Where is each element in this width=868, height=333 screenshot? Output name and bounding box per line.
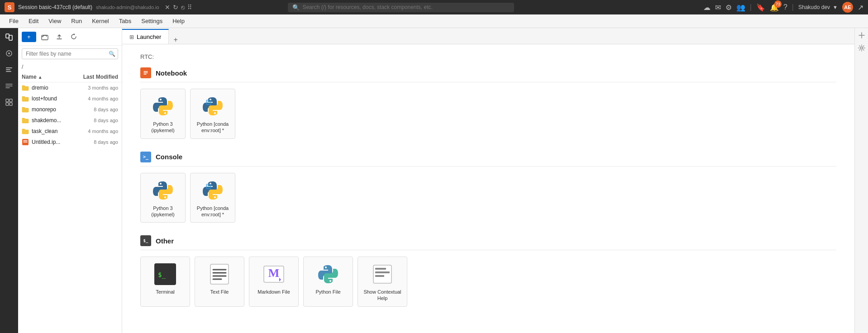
python-file-icon-box: [317, 263, 339, 285]
activity-files[interactable]: [2, 30, 16, 44]
launcher-tab-icon: ⊞: [129, 34, 134, 40]
svg-rect-14: [206, 100, 211, 105]
close-icon[interactable]: ✕: [165, 4, 170, 11]
python-file-card-label: Python File: [315, 289, 340, 295]
users-icon[interactable]: 👥: [736, 3, 745, 12]
column-modified: Last Modified: [68, 74, 118, 80]
other-card-terminal[interactable]: $_ Terminal: [140, 257, 190, 307]
activity-extensions[interactable]: [2, 95, 16, 109]
tab-launcher[interactable]: ⊞ Launcher: [122, 29, 169, 44]
terminal-icon-box: $_: [154, 263, 176, 285]
main-layout: + 🔍 / Name ▲ Last Modified: [0, 28, 868, 333]
other-card-markdown[interactable]: M Markdown File: [249, 257, 299, 307]
divider-1: |: [750, 3, 752, 11]
markdown-icon-box: M: [263, 263, 285, 285]
terminal-card-label: Terminal: [156, 289, 175, 295]
refresh-button[interactable]: [68, 31, 80, 43]
console-kernel-grid: Python 3 (ipykernel) Python [conda env:r…: [140, 173, 836, 223]
svg-point-29: [860, 47, 863, 49]
console-card-python3[interactable]: Python 3 (ipykernel): [140, 173, 186, 223]
console-section: >_ Console Python 3 (ipykernel): [140, 152, 836, 223]
svg-rect-10: [10, 103, 12, 105]
user-name: Shakudo dev: [798, 4, 830, 10]
menu-settings[interactable]: Settings: [137, 16, 167, 26]
file-date-label: 8 days ago: [68, 139, 118, 145]
file-row[interactable]: shakdemo...8 days ago: [18, 115, 122, 126]
svg-rect-7: [6, 99, 9, 102]
external-link-icon[interactable]: ⎋: [181, 4, 185, 11]
activity-commands[interactable]: [2, 62, 16, 77]
menu-kernel[interactable]: Kernel: [87, 16, 114, 26]
file-name-label: dremio: [32, 85, 68, 91]
filter-input[interactable]: [22, 48, 118, 59]
new-button[interactable]: +: [22, 32, 36, 42]
plus-icon: +: [27, 33, 31, 40]
menu-run[interactable]: Run: [67, 16, 86, 26]
notebook-icon: [22, 138, 29, 146]
share-icon[interactable]: ↗: [858, 3, 863, 12]
folder-icon: [22, 128, 29, 135]
cloud-icon[interactable]: ☁: [703, 3, 711, 12]
file-name-label: shakdemo...: [32, 117, 68, 124]
upload-folder-button[interactable]: [39, 31, 51, 43]
svg-rect-11: [42, 35, 48, 40]
menu-edit[interactable]: Edit: [24, 16, 43, 26]
bookmark-icon[interactable]: 🔖: [756, 3, 765, 12]
add-tab-button[interactable]: +: [169, 36, 182, 44]
search-input[interactable]: [302, 4, 510, 10]
other-card-text[interactable]: Text File: [195, 257, 244, 307]
kernel-card-conda[interactable]: Python [conda env:root] *: [190, 89, 235, 139]
rtc-label: RTC:: [140, 53, 836, 60]
kernel-card-python3[interactable]: Python 3 (ipykernel): [140, 89, 186, 139]
user-info[interactable]: Shakudo dev ▼: [798, 4, 838, 10]
notebook-section-title: Notebook: [156, 69, 187, 77]
session-name: Session basic-437cc8 (default): [18, 4, 92, 10]
file-row[interactable]: Untitled.ip...8 days ago: [18, 137, 122, 147]
svg-point-3: [8, 52, 10, 54]
title-window-controls[interactable]: ✕ ↻ ⎋ ⠿: [165, 4, 192, 11]
file-row[interactable]: task_clean4 months ago: [18, 126, 122, 137]
console-section-icon: >_: [140, 152, 151, 162]
folder-icon: [22, 95, 29, 102]
activity-tabs[interactable]: [2, 79, 16, 93]
global-search-bar[interactable]: 🔍: [288, 3, 514, 12]
tab-bar: ⊞ Launcher +: [122, 28, 854, 44]
console-card-conda[interactable]: Python [conda env:root] *: [190, 173, 235, 223]
file-name-label: Untitled.ip...: [32, 139, 68, 145]
avatar[interactable]: AE: [842, 2, 853, 13]
file-name-label: lost+found: [32, 95, 68, 102]
svg-text:M: M: [268, 266, 280, 280]
console-section-header: >_ Console: [140, 152, 836, 166]
settings-icon[interactable]: ⚙: [725, 3, 732, 12]
svg-rect-9: [6, 103, 9, 105]
grid-icon[interactable]: ⠿: [187, 4, 192, 11]
console-card-conda-label: Python [conda env:root] *: [194, 205, 231, 218]
file-row[interactable]: monorepo8 days ago: [18, 104, 122, 115]
help-card-label: Show Contextual Help: [362, 289, 403, 302]
help-icon[interactable]: ?: [783, 3, 787, 11]
notification-bell[interactable]: 🔔 73: [770, 3, 779, 12]
activity-running[interactable]: [2, 46, 16, 61]
right-sidebar-settings[interactable]: [856, 43, 867, 53]
user-caret-icon: ▼: [833, 5, 838, 10]
menu-view[interactable]: View: [44, 16, 66, 26]
folder-icon: [22, 84, 29, 91]
mail-icon[interactable]: ✉: [715, 3, 721, 12]
activity-bar: [0, 28, 18, 333]
filter-wrapper: 🔍: [22, 48, 118, 59]
menu-help[interactable]: Help: [168, 16, 189, 26]
other-card-help[interactable]: Show Contextual Help: [358, 257, 407, 307]
file-row[interactable]: dremio3 months ago: [18, 82, 122, 93]
refresh-icon[interactable]: ↻: [173, 4, 178, 11]
svg-rect-6: [6, 71, 11, 72]
file-list: dremio3 months agolost+found4 months ago…: [18, 82, 122, 333]
other-card-python[interactable]: Python File: [303, 257, 353, 307]
svg-text:$_: $_: [158, 271, 166, 279]
title-bar: S Session basic-437cc8 (default) shakudo…: [0, 0, 868, 14]
right-sidebar-icon-1[interactable]: [856, 30, 867, 41]
file-row[interactable]: lost+found4 months ago: [18, 93, 122, 104]
menu-file[interactable]: File: [5, 16, 23, 26]
upload-button[interactable]: [53, 31, 65, 43]
menu-tabs[interactable]: Tabs: [114, 16, 136, 26]
column-name[interactable]: Name ▲: [22, 74, 68, 80]
